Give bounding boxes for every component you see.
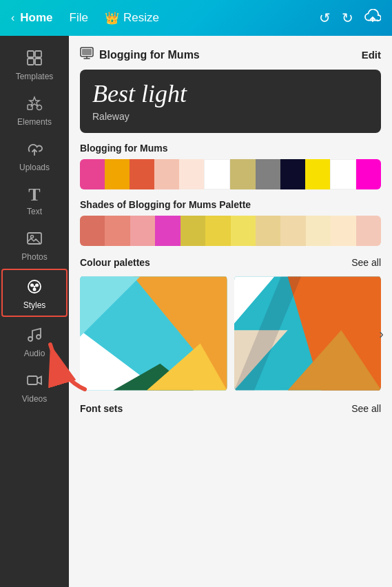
svg-rect-2 bbox=[28, 59, 34, 65]
sidebar-item-elements-label: Elements bbox=[17, 117, 52, 127]
svg-point-10 bbox=[35, 284, 39, 287]
sidebar-item-audio-label: Audio bbox=[24, 349, 45, 358]
brand-name: Blogging for Mums bbox=[99, 49, 200, 61]
shade-swatch[interactable] bbox=[256, 216, 280, 246]
nav-actions: ↺ ↻ bbox=[319, 9, 381, 28]
elements-icon bbox=[26, 95, 43, 114]
swatch[interactable] bbox=[356, 159, 381, 189]
colour-palettes-header: Colour palettes See all bbox=[80, 257, 381, 268]
font-sets-header: Font sets See all bbox=[80, 403, 381, 414]
shade-swatch[interactable] bbox=[130, 216, 155, 246]
photos-icon bbox=[26, 230, 43, 249]
audio-icon bbox=[26, 327, 43, 346]
sidebar-item-uploads-label: Uploads bbox=[19, 163, 50, 172]
swatch[interactable] bbox=[80, 159, 105, 189]
swatch[interactable] bbox=[204, 159, 230, 189]
sidebar-item-text[interactable]: T Text bbox=[0, 178, 69, 222]
sidebar-item-audio[interactable]: Audio bbox=[0, 318, 69, 364]
undo-button[interactable]: ↺ bbox=[319, 10, 331, 26]
text-icon: T bbox=[28, 186, 40, 204]
brand-header: Blogging for Mums Edit bbox=[80, 47, 381, 63]
file-button[interactable]: File bbox=[70, 11, 88, 25]
crown-icon: 👑 bbox=[105, 11, 119, 25]
svg-rect-1 bbox=[35, 51, 41, 57]
shade-swatch[interactable] bbox=[306, 216, 331, 246]
videos-icon bbox=[26, 372, 43, 391]
script-font-text: Best light bbox=[92, 81, 369, 108]
shade-swatch[interactable] bbox=[280, 216, 305, 246]
styles-icon bbox=[26, 278, 43, 298]
font-preview-box: Best light Raleway bbox=[80, 70, 381, 133]
swatch[interactable] bbox=[230, 159, 255, 189]
templates-icon bbox=[26, 50, 43, 69]
shade-swatch[interactable] bbox=[155, 216, 180, 246]
swatch[interactable] bbox=[330, 159, 356, 189]
swatch[interactable] bbox=[256, 159, 280, 189]
sidebar-item-styles-label: Styles bbox=[23, 300, 46, 310]
svg-point-11 bbox=[33, 288, 37, 291]
see-all-fonts-button[interactable]: See all bbox=[351, 403, 381, 414]
palette1-title: Blogging for Mums bbox=[80, 143, 381, 154]
svg-rect-0 bbox=[28, 51, 34, 57]
palette2-title: Shades of Blogging for Mums Palette bbox=[80, 199, 381, 210]
brand-title-row: Blogging for Mums bbox=[80, 47, 200, 63]
colour-palettes-title: Colour palettes bbox=[80, 257, 150, 268]
shade-swatch[interactable] bbox=[356, 216, 381, 246]
svg-rect-17 bbox=[82, 49, 92, 55]
swatch[interactable] bbox=[179, 159, 204, 189]
swatch[interactable] bbox=[154, 159, 179, 189]
palette-card-1-svg bbox=[80, 275, 227, 392]
main-layout: Templates Elements Uploads bbox=[0, 36, 392, 587]
resize-button[interactable]: 👑 Resize bbox=[105, 11, 159, 25]
palette2-swatches bbox=[80, 216, 381, 246]
sidebar: Templates Elements Uploads bbox=[0, 36, 69, 587]
palette-card-2[interactable] bbox=[234, 275, 382, 392]
palette-card-2-svg bbox=[234, 275, 382, 392]
sidebar-item-uploads[interactable]: Uploads bbox=[0, 132, 69, 178]
edit-button[interactable]: Edit bbox=[362, 49, 381, 61]
sidebar-item-text-label: Text bbox=[27, 207, 42, 216]
cloud-upload-icon bbox=[364, 9, 381, 24]
sidebar-item-templates[interactable]: Templates bbox=[0, 41, 69, 87]
palette-card-1[interactable] bbox=[80, 275, 227, 392]
sidebar-item-videos-label: Videos bbox=[22, 394, 47, 404]
sidebar-item-templates-label: Templates bbox=[16, 72, 54, 81]
see-all-palettes-button[interactable]: See all bbox=[351, 257, 381, 268]
back-button[interactable]: ‹ bbox=[11, 12, 14, 24]
sidebar-item-photos[interactable]: Photos bbox=[0, 222, 69, 267]
font-name-subtitle: Raleway bbox=[92, 111, 369, 122]
svg-rect-3 bbox=[35, 59, 41, 65]
shade-swatch[interactable] bbox=[231, 216, 256, 246]
sidebar-item-photos-label: Photos bbox=[21, 252, 47, 262]
svg-point-9 bbox=[30, 284, 34, 287]
shade-swatch[interactable] bbox=[105, 216, 130, 246]
uploads-icon bbox=[26, 141, 43, 160]
svg-point-5 bbox=[37, 105, 42, 110]
svg-point-12 bbox=[34, 286, 36, 288]
shade-swatch[interactable] bbox=[80, 216, 105, 246]
svg-point-13 bbox=[28, 337, 32, 341]
top-nav: ‹ Home File 👑 Resize ↺ ↻ bbox=[0, 0, 392, 36]
next-arrow-button[interactable]: › bbox=[379, 325, 384, 341]
sidebar-item-videos[interactable]: Videos bbox=[0, 364, 69, 409]
swatch[interactable] bbox=[130, 159, 154, 189]
shade-swatch[interactable] bbox=[331, 216, 355, 246]
palette1-swatches bbox=[80, 159, 381, 189]
chevron-left-icon: ‹ bbox=[11, 12, 14, 24]
swatch[interactable] bbox=[280, 159, 305, 189]
sidebar-item-elements[interactable]: Elements bbox=[0, 87, 69, 132]
home-button[interactable]: Home bbox=[20, 11, 52, 25]
shade-swatch[interactable] bbox=[205, 216, 230, 246]
svg-point-7 bbox=[31, 236, 34, 238]
palette-cards-container: › bbox=[80, 275, 381, 392]
brand-icon bbox=[80, 47, 94, 63]
shade-swatch[interactable] bbox=[180, 216, 205, 246]
save-cloud-button[interactable] bbox=[364, 9, 381, 28]
sidebar-item-styles[interactable]: Styles bbox=[1, 269, 68, 317]
redo-button[interactable]: ↻ bbox=[342, 10, 353, 26]
font-sets-title: Font sets bbox=[80, 403, 123, 414]
swatch[interactable] bbox=[305, 159, 330, 189]
content-panel: Blogging for Mums Edit Best light Ralewa… bbox=[69, 36, 392, 587]
swatch[interactable] bbox=[105, 159, 130, 189]
svg-rect-15 bbox=[28, 376, 37, 384]
